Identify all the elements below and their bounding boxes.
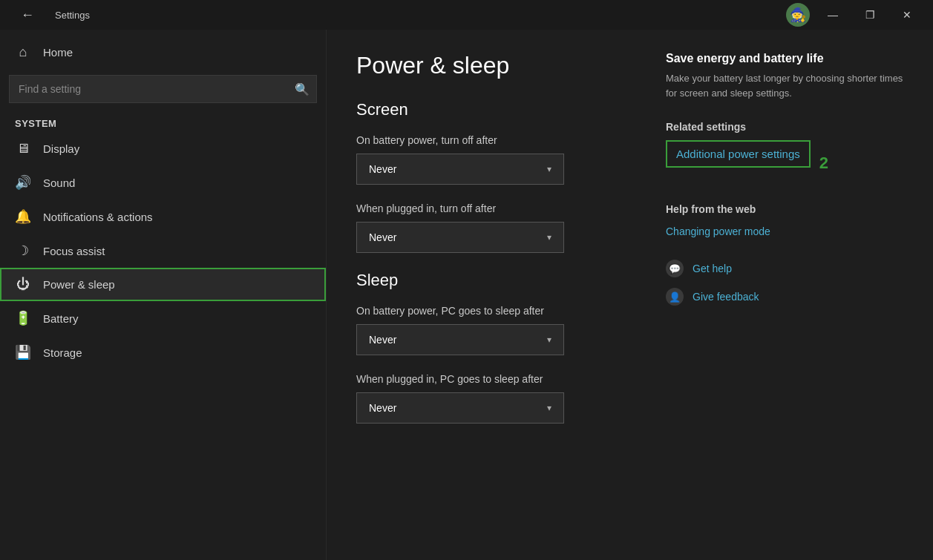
sidebar-item-notifications[interactable]: 🔔 Notifications & actions: [0, 200, 326, 234]
changing-power-link-item[interactable]: Changing power mode: [666, 225, 903, 249]
sidebar-item-home[interactable]: ⌂ Home: [0, 36, 326, 69]
sidebar-item-display[interactable]: 🖥 Display: [0, 132, 326, 165]
sidebar-item-sound[interactable]: 🔊 Sound: [0, 165, 326, 200]
sleep-battery-value: Never: [369, 334, 396, 346]
back-icon: ←: [21, 7, 34, 23]
screen-plugged-value: Never: [369, 231, 396, 243]
title-bar-left: ← Settings: [9, 1, 90, 29]
sidebar-item-sound-label: Sound: [43, 177, 75, 189]
screen-section-title: Screen: [356, 100, 636, 119]
help-title: Help from the web: [666, 203, 903, 215]
sidebar-item-display-label: Display: [43, 142, 79, 155]
sidebar-item-storage-label: Storage: [43, 346, 82, 359]
system-label: System: [0, 112, 326, 132]
sleep-section: Sleep On battery power, PC goes to sleep…: [356, 271, 636, 424]
power-icon: ⏻: [15, 277, 31, 292]
sidebar-item-focus-label: Focus assist: [43, 245, 105, 257]
storage-icon: 💾: [15, 344, 31, 360]
get-help-icon: 💬: [666, 260, 684, 277]
energy-desc: Make your battery last longer by choosin…: [666, 71, 903, 100]
content-right: Save energy and battery life Make your b…: [666, 52, 903, 538]
sleep-battery-label: On battery power, PC goes to sleep after: [356, 305, 636, 317]
avatar: 🧙: [786, 3, 810, 27]
screen-plugged-label: When plugged in, turn off after: [356, 202, 636, 214]
screen-battery-label: On battery power, turn off after: [356, 134, 636, 146]
display-icon: 🖥: [15, 141, 31, 157]
title-bar: ← Settings 🧙 — ❐ ✕: [0, 0, 933, 30]
screen-battery-value: Never: [369, 163, 396, 175]
sidebar-item-battery[interactable]: 🔋 Battery: [0, 301, 326, 335]
sidebar-item-power[interactable]: ⏻ Power & sleep: [0, 268, 326, 301]
chevron-down-icon-3: ▾: [547, 335, 551, 345]
app-body: ⌂ Home 🔍 System 🖥 Display 🔊 Sound 🔔 Noti…: [0, 30, 933, 560]
energy-heading: Save energy and battery life: [666, 52, 903, 65]
chevron-down-icon-2: ▾: [547, 232, 551, 243]
maximize-button[interactable]: ❐: [853, 0, 887, 30]
related-settings-label: Related settings: [666, 121, 903, 133]
sleep-plugged-label: When plugged in, PC goes to sleep after: [356, 373, 636, 385]
chevron-down-icon: ▾: [547, 164, 551, 174]
screen-plugged-select[interactable]: Never ▾: [356, 222, 564, 253]
home-icon: ⌂: [15, 45, 31, 60]
sidebar-item-notifications-label: Notifications & actions: [43, 211, 153, 223]
back-button[interactable]: ←: [9, 1, 46, 29]
sidebar-item-storage[interactable]: 💾 Storage: [0, 335, 326, 369]
sidebar-item-battery-label: Battery: [43, 312, 79, 325]
sleep-section-title: Sleep: [356, 271, 636, 290]
additional-power-settings-link[interactable]: Additional power settings: [666, 140, 811, 168]
sleep-plugged-select[interactable]: Never ▾: [356, 392, 564, 424]
window-controls: — ❐ ✕: [816, 0, 924, 30]
changing-power-mode-link[interactable]: Changing power mode: [666, 225, 770, 237]
close-button[interactable]: ✕: [890, 0, 924, 30]
notifications-icon: 🔔: [15, 208, 31, 225]
page-title: Power & sleep: [356, 52, 636, 79]
content-left: Power & sleep Screen On battery power, t…: [356, 52, 636, 538]
battery-icon: 🔋: [15, 310, 31, 326]
sidebar-item-home-label: Home: [43, 46, 73, 59]
sleep-battery-select[interactable]: Never ▾: [356, 324, 564, 355]
sidebar-item-power-label: Power & sleep: [43, 278, 115, 291]
search-box: 🔍: [9, 75, 317, 103]
give-feedback-icon: 👤: [666, 288, 684, 306]
give-feedback-item[interactable]: 👤 Give feedback: [666, 288, 903, 306]
give-feedback-link[interactable]: Give feedback: [693, 291, 759, 303]
chevron-down-icon-4: ▾: [547, 403, 551, 413]
minimize-button[interactable]: —: [816, 0, 850, 30]
focus-icon: ☽: [15, 243, 31, 259]
sidebar: ⌂ Home 🔍 System 🖥 Display 🔊 Sound 🔔 Noti…: [0, 30, 327, 560]
badge-2: 2: [819, 154, 828, 173]
sidebar-item-focus[interactable]: ☽ Focus assist: [0, 234, 326, 268]
app-title: Settings: [55, 10, 90, 21]
get-help-item[interactable]: 💬 Get help: [666, 260, 903, 277]
help-section: Help from the web Changing power mode 💬 …: [666, 203, 903, 306]
sleep-plugged-value: Never: [369, 402, 396, 414]
search-icon-button[interactable]: 🔍: [295, 82, 310, 96]
screen-battery-select[interactable]: Never ▾: [356, 154, 564, 185]
main-content: Power & sleep Screen On battery power, t…: [327, 30, 933, 560]
sound-icon: 🔊: [15, 174, 31, 191]
search-input[interactable]: [9, 75, 317, 103]
get-help-link[interactable]: Get help: [693, 263, 732, 274]
